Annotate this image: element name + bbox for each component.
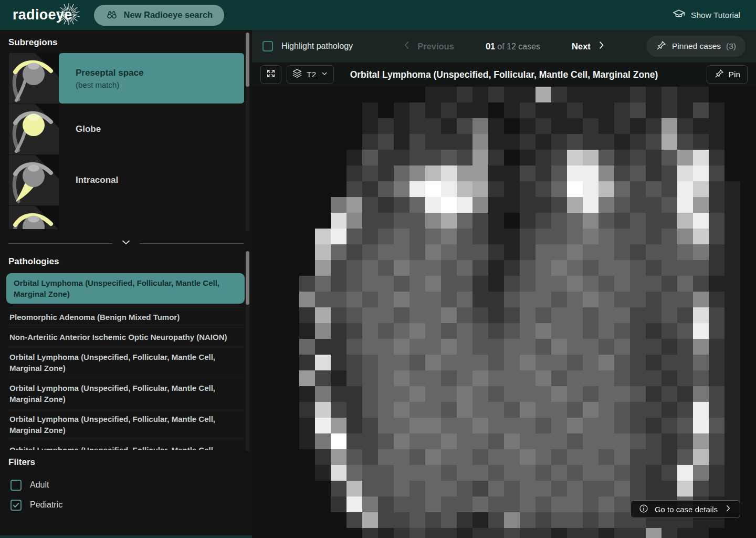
image-viewer: Go to case details <box>252 87 756 538</box>
subregion-label-area <box>59 206 244 229</box>
adult-checkbox[interactable] <box>10 480 22 491</box>
pathology-item[interactable]: Orbital Lymphoma (Unspecified, Follicula… <box>8 347 244 378</box>
sequence-label: T2 <box>307 70 316 79</box>
subregion-label: Intraconal <box>76 175 244 185</box>
subregion-item[interactable]: Intraconal <box>9 155 244 205</box>
filter-label: Pediatric <box>30 500 62 510</box>
sequence-selector[interactable]: T2 <box>287 65 334 84</box>
pin-icon <box>714 68 724 81</box>
divider-line <box>8 243 112 244</box>
subregions-list: Preseptal space (best match) Globe Intra… <box>0 53 252 229</box>
chevron-right-icon <box>723 504 732 514</box>
go-to-case-details-button[interactable]: Go to case details <box>631 500 740 518</box>
case-pagination: Previous 01of 12 cases Next <box>398 39 610 53</box>
case-toolbar: Highlight pathology Previous 01of 12 cas… <box>252 30 756 63</box>
subregion-item-selected[interactable]: Preseptal space (best match) <box>9 53 244 104</box>
pathology-item[interactable]: Orbital Lymphoma (Unspecified, Follicula… <box>8 378 244 409</box>
chevron-left-icon <box>402 40 412 53</box>
filters-list: Adult Pediatric <box>10 478 252 512</box>
highlight-pathology-checkbox[interactable] <box>262 41 273 51</box>
pathologies-list: Orbital Lymphoma (Unspecified, Follicula… <box>0 273 252 450</box>
previous-case-button[interactable]: Previous <box>398 39 457 53</box>
next-case-button[interactable]: Next <box>569 39 610 53</box>
viewer-header: T2 Orbital Lymphoma (Unspecified, Follic… <box>252 63 756 87</box>
pathologies-scrollbar-thumb[interactable] <box>246 251 249 305</box>
filters-heading: Filters <box>8 457 252 468</box>
new-radioeye-search-button[interactable]: New Radioeye search <box>94 5 224 26</box>
subregion-item[interactable]: Globe <box>9 104 244 154</box>
subregion-label-area: Globe <box>59 104 244 154</box>
pin-case-button[interactable]: Pin <box>707 65 748 84</box>
graduation-cap-icon <box>672 7 686 23</box>
fullscreen-icon <box>266 68 276 81</box>
case-total: of 12 cases <box>497 42 540 51</box>
pin-icon <box>656 40 667 53</box>
layers-icon <box>292 68 302 81</box>
subregion-item[interactable] <box>9 206 244 229</box>
pediatric-checkbox[interactable] <box>10 500 22 511</box>
pathology-item-selected[interactable]: Orbital Lymphoma (Unspecified, Follicula… <box>6 273 245 304</box>
top-bar: radioeye New Radioeye search Show Tutori… <box>0 0 756 30</box>
radioeye-app: radioeye New Radioeye search Show Tutori… <box>0 0 756 538</box>
chevron-down-icon <box>320 69 329 80</box>
subregions-expand-divider[interactable] <box>8 237 244 249</box>
case-title: Orbital Lymphoma (Unspecified, Follicula… <box>350 69 658 80</box>
main-panel: Highlight pathology Previous 01of 12 cas… <box>252 30 756 538</box>
subregion-label: Preseptal space <box>76 68 244 78</box>
eye-diagram-thumbnail <box>9 53 59 104</box>
sidebar: Subregions Preseptal space (best match) … <box>0 30 252 538</box>
info-icon <box>638 503 649 515</box>
highlight-pathology-label: Highlight pathology <box>281 42 353 51</box>
pinned-cases-button[interactable]: Pinned cases (3) <box>646 36 746 57</box>
case-number: 01 <box>486 42 495 51</box>
pathology-item[interactable]: Pleomorphic Adenoma (Benign Mixed Tumor) <box>8 307 244 327</box>
pin-label: Pin <box>729 70 740 79</box>
chevron-right-icon <box>596 40 606 53</box>
filter-label: Adult <box>30 480 49 490</box>
filter-option: Adult <box>10 478 252 492</box>
binoculars-icon <box>106 8 118 23</box>
pinned-cases-label: Pinned cases <box>672 42 721 51</box>
subregion-label: Globe <box>76 124 244 134</box>
subregions-scrollbar-thumb[interactable] <box>246 33 249 87</box>
case-details-label: Go to case details <box>655 505 718 514</box>
pinned-cases-count: (3) <box>726 42 736 51</box>
pathology-item[interactable]: Orbital Lymphoma (Unspecified, Follicula… <box>8 409 244 440</box>
new-search-label: New Radioeye search <box>123 10 213 20</box>
next-label: Next <box>572 42 591 51</box>
subregion-sublabel: (best match) <box>76 80 244 89</box>
logo-text: radioeye <box>13 7 72 23</box>
highlight-pathology-group: Highlight pathology <box>262 41 353 51</box>
subregions-heading: Subregions <box>8 37 252 48</box>
subregion-label-area: Preseptal space (best match) <box>59 53 244 104</box>
eye-diagram-thumbnail <box>9 206 59 229</box>
fullscreen-button[interactable] <box>260 65 281 84</box>
divider-line <box>140 243 244 244</box>
mri-image[interactable] <box>252 87 756 538</box>
filter-option: Pediatric <box>10 498 252 512</box>
subregion-label-area: Intraconal <box>59 155 244 205</box>
eye-diagram-thumbnail <box>9 155 59 205</box>
previous-label: Previous <box>417 42 454 51</box>
show-tutorial-button[interactable]: Show Tutorial <box>669 7 743 24</box>
pathologies-heading: Pathologies <box>8 256 252 267</box>
case-counter: 01of 12 cases <box>486 42 540 51</box>
pathology-item[interactable]: Orbital Lymphoma (Unspecified, Follicula… <box>8 440 244 450</box>
pathology-item[interactable]: Non-Arteritic Anterior Ischemic Optic Ne… <box>8 327 244 347</box>
eye-diagram-thumbnail <box>9 104 59 154</box>
chevron-down-icon <box>120 236 132 251</box>
radioeye-logo[interactable]: radioeye <box>13 7 72 23</box>
show-tutorial-label: Show Tutorial <box>691 11 740 20</box>
